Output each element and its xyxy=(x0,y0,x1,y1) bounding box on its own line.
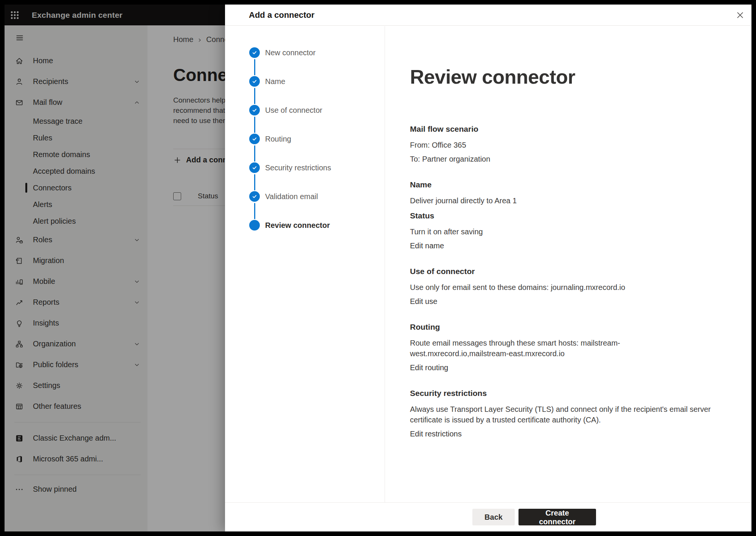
screenshot-frame: Exchange admin center Home xyxy=(0,0,756,536)
review-heading: Review connector xyxy=(410,65,717,88)
section-title-status: Status xyxy=(410,211,717,220)
routing-value: Route email messages through these smart… xyxy=(410,338,717,359)
back-button[interactable]: Back xyxy=(472,509,515,525)
step-status-icon xyxy=(249,220,260,231)
step-status-icon xyxy=(249,162,260,173)
close-button[interactable] xyxy=(735,10,745,20)
step-status-icon xyxy=(249,76,260,87)
edit-routing-link[interactable]: Edit routing xyxy=(410,362,448,373)
wizard-footer: Back Create connector xyxy=(225,502,751,531)
app-window: Exchange admin center Home xyxy=(5,5,751,531)
edit-use-link[interactable]: Edit use xyxy=(410,296,437,307)
step-status-icon xyxy=(249,191,260,202)
step-connector-line xyxy=(254,117,255,133)
wizard-stepper: New connector Name Use xyxy=(225,26,385,502)
security-restrictions-value: Always use Transport Layer Security (TLS… xyxy=(410,404,717,425)
section-title-name: Name xyxy=(410,180,717,189)
wizard-header: Add a connector xyxy=(225,5,751,26)
step-status-icon xyxy=(249,105,260,115)
section-title-routing: Routing xyxy=(410,323,717,332)
step-connector-line xyxy=(254,59,255,75)
section-title-mail-flow-scenario: Mail flow scenario xyxy=(410,125,717,134)
use-of-connector-value: Use only for email sent to these domains… xyxy=(410,282,717,293)
edit-name-link[interactable]: Edit name xyxy=(410,240,444,251)
step-connector-line xyxy=(254,174,255,190)
section-title-use-of-connector: Use of connector xyxy=(410,267,717,276)
mail-flow-to: To: Partner organization xyxy=(410,154,717,164)
section-title-security-restrictions: Security restrictions xyxy=(410,389,717,398)
edit-restrictions-link[interactable]: Edit restrictions xyxy=(410,428,462,439)
step-connector-line xyxy=(254,145,255,162)
connector-name-value: Deliver journal directly to Area 1 xyxy=(410,195,717,206)
step-name[interactable]: Name xyxy=(249,76,385,105)
wizard-title: Add a connector xyxy=(249,5,315,26)
add-connector-wizard-panel: Add a connector Ne xyxy=(225,5,751,531)
step-security-restrictions[interactable]: Security restrictions xyxy=(249,162,385,191)
create-connector-button[interactable]: Create connector xyxy=(518,509,596,525)
status-value: Turn it on after saving xyxy=(410,226,717,237)
step-new-connector[interactable]: New connector xyxy=(249,47,385,76)
close-icon xyxy=(735,10,745,20)
step-status-icon xyxy=(249,134,260,144)
step-review-connector[interactable]: Review connector xyxy=(249,220,385,249)
step-connector-line xyxy=(254,88,255,104)
step-use-of-connector[interactable]: Use of connector xyxy=(249,105,385,134)
step-validation-email[interactable]: Validation email xyxy=(249,191,385,220)
step-connector-line xyxy=(254,203,255,219)
step-status-icon xyxy=(249,47,260,58)
step-routing[interactable]: Routing xyxy=(249,134,385,162)
review-pane: Review connector Mail flow scenarioFrom:… xyxy=(385,26,751,502)
mail-flow-from: From: Office 365 xyxy=(410,140,717,150)
